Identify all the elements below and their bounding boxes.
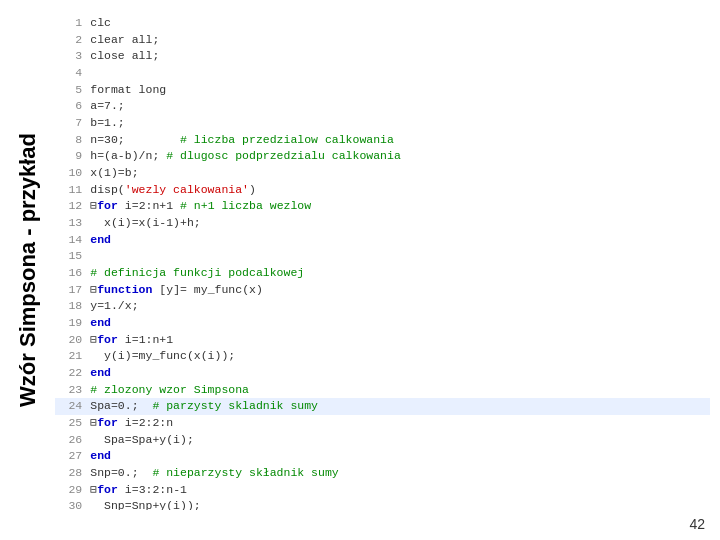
table-row: 26 Spa=Spa+y(i); (55, 432, 710, 449)
line-number: 16 (55, 265, 90, 282)
line-content: clc (90, 15, 710, 32)
line-number: 8 (55, 132, 90, 149)
line-content (90, 248, 710, 265)
table-row: 11disp('wezly calkowania') (55, 182, 710, 199)
line-content: Spa=Spa+y(i); (90, 432, 710, 449)
table-row: 16# definicja funkcji podcalkowej (55, 265, 710, 282)
table-row: 5format long (55, 82, 710, 99)
line-number: 27 (55, 448, 90, 465)
slide-title: Wzór Simpsona - przykład (0, 0, 55, 540)
line-content: Snp=0.; # nieparzysty składnik sumy (90, 465, 710, 482)
line-number: 20 (55, 332, 90, 349)
line-content: b=1.; (90, 115, 710, 132)
line-number: 25 (55, 415, 90, 432)
table-row: 8n=30; # liczba przedzialow calkowania (55, 132, 710, 149)
line-number: 1 (55, 15, 90, 32)
table-row: 13 x(i)=x(i-1)+h; (55, 215, 710, 232)
slide-container: Wzór Simpsona - przykład 1clc2clear all;… (0, 0, 720, 540)
table-row: 1clc (55, 15, 710, 32)
code-area: 1clc2clear all;3close all;4 5format long… (55, 15, 710, 510)
table-row: 20⊟for i=1:n+1 (55, 332, 710, 349)
table-row: 21 y(i)=my_func(x(i)); (55, 348, 710, 365)
line-number: 4 (55, 65, 90, 82)
table-row: 2clear all; (55, 32, 710, 49)
table-row: 27end (55, 448, 710, 465)
line-number: 9 (55, 148, 90, 165)
line-number: 14 (55, 232, 90, 249)
line-content: y=1./x; (90, 298, 710, 315)
line-number: 30 (55, 498, 90, 510)
table-row: 3close all; (55, 48, 710, 65)
line-number: 28 (55, 465, 90, 482)
table-row: 9h=(a-b)/n; # dlugosc podprzedzialu calk… (55, 148, 710, 165)
line-content: end (90, 315, 710, 332)
line-content: end (90, 365, 710, 382)
line-content: n=30; # liczba przedzialow calkowania (90, 132, 710, 149)
table-row: 23# zlozony wzor Simpsona (55, 382, 710, 399)
table-row: 4 (55, 65, 710, 82)
line-content: format long (90, 82, 710, 99)
line-number: 5 (55, 82, 90, 99)
slide-title-text: Wzór Simpsona - przykład (15, 133, 41, 407)
line-content: Snp=Snp+y(i)); (90, 498, 710, 510)
table-row: 18y=1./x; (55, 298, 710, 315)
table-row: 29⊟for i=3:2:n-1 (55, 482, 710, 499)
table-row: 10x(1)=b; (55, 165, 710, 182)
line-content: close all; (90, 48, 710, 65)
table-row: 14end (55, 232, 710, 249)
table-row: 7b=1.; (55, 115, 710, 132)
table-row: 15 (55, 248, 710, 265)
line-content: x(1)=b; (90, 165, 710, 182)
table-row: 6a=7.; (55, 98, 710, 115)
table-row: 22end (55, 365, 710, 382)
line-content: y(i)=my_func(x(i)); (90, 348, 710, 365)
line-number: 15 (55, 248, 90, 265)
table-row: 25⊟for i=2:2:n (55, 415, 710, 432)
line-number: 6 (55, 98, 90, 115)
line-number: 18 (55, 298, 90, 315)
line-content: disp('wezly calkowania') (90, 182, 710, 199)
line-number: 17 (55, 282, 90, 299)
line-content: ⊟for i=1:n+1 (90, 332, 710, 349)
line-number: 7 (55, 115, 90, 132)
line-content: # zlozony wzor Simpsona (90, 382, 710, 399)
line-number: 26 (55, 432, 90, 449)
line-number: 12 (55, 198, 90, 215)
line-number: 29 (55, 482, 90, 499)
table-row: 30 Snp=Snp+y(i)); (55, 498, 710, 510)
line-number: 11 (55, 182, 90, 199)
line-content: x(i)=x(i-1)+h; (90, 215, 710, 232)
table-row: 12⊟for i=2:n+1 # n+1 liczba wezlow (55, 198, 710, 215)
line-number: 24 (55, 398, 90, 415)
code-table: 1clc2clear all;3close all;4 5format long… (55, 15, 710, 510)
line-number: 22 (55, 365, 90, 382)
line-content: clear all; (90, 32, 710, 49)
line-content: ⊟for i=2:2:n (90, 415, 710, 432)
line-number: 21 (55, 348, 90, 365)
line-content: # definicja funkcji podcalkowej (90, 265, 710, 282)
line-content: a=7.; (90, 98, 710, 115)
line-number: 2 (55, 32, 90, 49)
line-content: ⊟for i=3:2:n-1 (90, 482, 710, 499)
table-row: 19end (55, 315, 710, 332)
line-number: 3 (55, 48, 90, 65)
line-number: 13 (55, 215, 90, 232)
page-number: 42 (689, 516, 705, 532)
line-content (90, 65, 710, 82)
line-number: 23 (55, 382, 90, 399)
line-content: ⊟function [y]= my_func(x) (90, 282, 710, 299)
line-content: end (90, 448, 710, 465)
table-row: 28Snp=0.; # nieparzysty składnik sumy (55, 465, 710, 482)
table-row: 24Spa=0.; # parzysty skladnik sumy (55, 398, 710, 415)
line-number: 10 (55, 165, 90, 182)
line-number: 19 (55, 315, 90, 332)
table-row: 17⊟function [y]= my_func(x) (55, 282, 710, 299)
line-content: Spa=0.; # parzysty skladnik sumy (90, 398, 710, 415)
line-content: end (90, 232, 710, 249)
line-content: h=(a-b)/n; # dlugosc podprzedzialu calko… (90, 148, 710, 165)
line-content: ⊟for i=2:n+1 # n+1 liczba wezlow (90, 198, 710, 215)
